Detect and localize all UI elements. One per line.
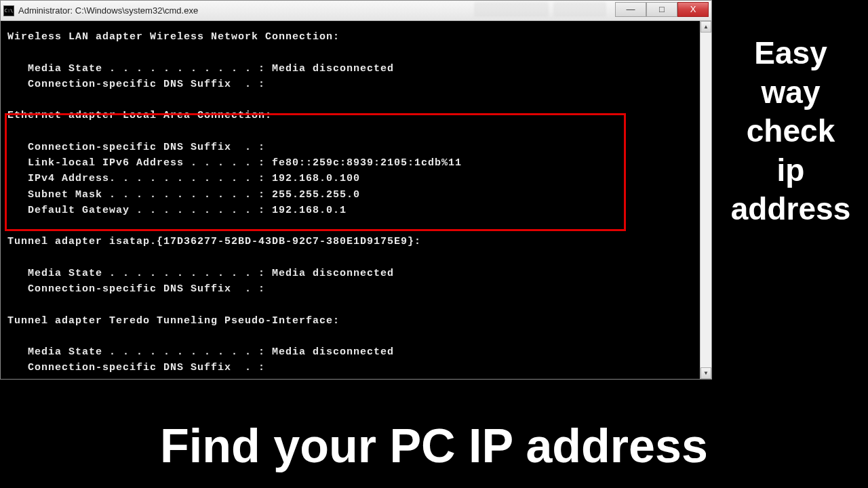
cmd-icon	[3, 5, 14, 16]
minimize-button[interactable]: —	[615, 2, 646, 17]
side-line: way	[713, 73, 868, 113]
output-line: Tunnel adapter Teredo Tunneling Pseudo-I…	[7, 315, 340, 327]
terminal-output[interactable]: Wireless LAN adapter Wireless Network Co…	[1, 21, 711, 379]
window-titlebar[interactable]: Administrator: C:\Windows\system32\cmd.e…	[1, 1, 711, 21]
cmd-window: Administrator: C:\Windows\system32\cmd.e…	[0, 0, 712, 380]
side-line: Easy	[713, 34, 868, 73]
output-line: Subnet Mask . . . . . . . . . . . : 255.…	[7, 189, 360, 201]
output-line: Connection-specific DNS Suffix . :	[7, 283, 265, 295]
close-button[interactable]: X	[677, 2, 709, 17]
output-line: Wireless LAN adapter Wireless Network Co…	[7, 31, 340, 43]
output-line: Media State . . . . . . . . . . . : Medi…	[7, 63, 394, 75]
output-line: IPv4 Address. . . . . . . . . . . : 192.…	[7, 173, 360, 184]
side-line: check	[713, 112, 868, 151]
scroll-down-button[interactable]: ▼	[701, 367, 711, 379]
scroll-up-button[interactable]: ▲	[701, 21, 711, 33]
output-line: Media State . . . . . . . . . . . : Medi…	[7, 346, 394, 358]
output-line: Connection-specific DNS Suffix . :	[7, 362, 265, 373]
output-line: Connection-specific DNS Suffix . :	[7, 142, 265, 153]
output-line: Media State . . . . . . . . . . . : Medi…	[7, 268, 394, 279]
output-line: Tunnel adapter isatap.{17D36277-52BD-43D…	[7, 236, 421, 247]
output-line: Ethernet adapter Local Area Connection:	[7, 110, 272, 121]
output-line: Default Gateway . . . . . . . . . : 192.…	[7, 205, 347, 216]
maximize-button[interactable]: □	[646, 2, 677, 17]
side-line: ip	[713, 151, 868, 190]
bottom-overlay-text: Find your PC IP address	[0, 419, 868, 473]
side-line: address	[713, 190, 868, 229]
output-line: Link-local IPv6 Address . . . . . : fe80…	[7, 157, 462, 169]
scrollbar[interactable]: ▲ ▼	[700, 21, 711, 379]
background-window-hint	[553, 2, 606, 17]
side-overlay-text: Easy way check ip address	[713, 34, 868, 229]
window-controls: — □ X	[615, 5, 709, 17]
background-window-hint	[474, 2, 549, 17]
output-line: Connection-specific DNS Suffix . :	[7, 79, 265, 90]
